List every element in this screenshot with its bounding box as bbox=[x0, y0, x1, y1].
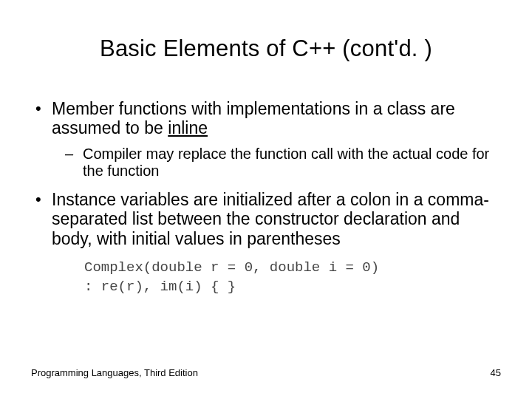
code-line: Complex(double r = 0, double i = 0) bbox=[84, 259, 379, 276]
sub-bullet-text: Compiler may replace the function call w… bbox=[83, 146, 489, 179]
code-line: : re(r), im(i) { } bbox=[84, 279, 236, 295]
sub-bullet-list: Compiler may replace the function call w… bbox=[52, 146, 501, 180]
code-block: Complex(double r = 0, double i = 0) : re… bbox=[84, 259, 501, 296]
footer-left: Programming Languages, Third Edition bbox=[31, 367, 198, 378]
footer-page-number: 45 bbox=[491, 367, 501, 378]
bullet-item: Instance variables are initialized after… bbox=[31, 190, 501, 248]
slide-body: Member functions with implementations in… bbox=[0, 77, 532, 296]
bullet-text: Instance variables are initialized after… bbox=[52, 190, 489, 248]
bullet-text-underlined: inline bbox=[168, 118, 208, 137]
bullet-text: Member functions with implementations in… bbox=[52, 99, 455, 137]
slide: Basic Elements of C++ (cont'd. ) Member … bbox=[0, 0, 532, 399]
bullet-item: Member functions with implementations in… bbox=[31, 99, 501, 180]
slide-title: Basic Elements of C++ (cont'd. ) bbox=[0, 0, 532, 77]
bullet-list: Member functions with implementations in… bbox=[31, 99, 501, 248]
sub-bullet-item: Compiler may replace the function call w… bbox=[62, 146, 501, 180]
